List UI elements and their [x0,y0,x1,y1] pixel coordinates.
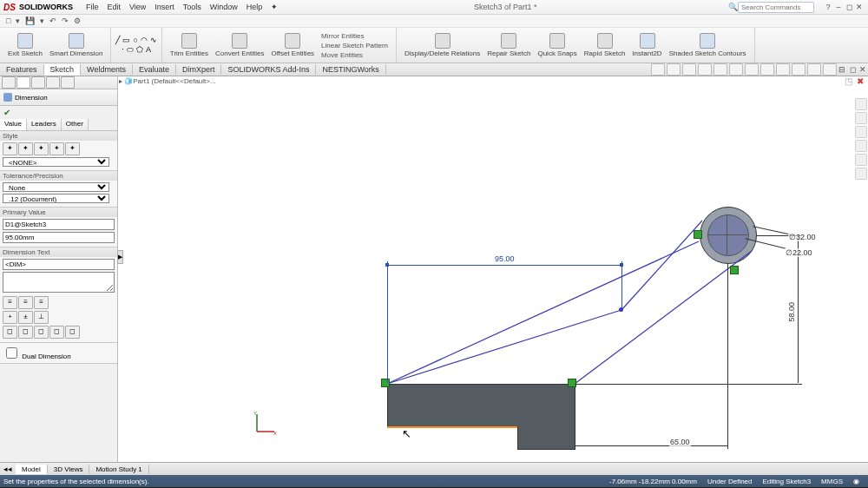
tp-appear[interactable] [855,154,867,166]
vp-conf-icon[interactable]: ◳ [845,76,852,86]
menu-insert[interactable]: Insert [155,3,174,11]
dimension-name-input[interactable] [3,219,115,230]
rect-tool[interactable]: ▭ [122,36,130,44]
dimension-value-input[interactable] [3,232,115,243]
qa-open[interactable]: ▾ [16,16,20,25]
tab-model[interactable]: Model [16,465,48,474]
t4[interactable]: ◻ [3,326,17,339]
tp-explorer[interactable] [855,126,867,138]
qa-opts[interactable]: ⚙ [74,16,81,25]
panel-close-icon[interactable]: ✕ [858,65,867,74]
ok-button[interactable]: ✔ [3,108,114,117]
menu-window[interactable]: Window [210,3,238,11]
qa-print[interactable]: ▾ [40,16,44,25]
menu-star[interactable]: ✦ [271,3,278,11]
t1[interactable]: + [3,311,17,324]
slot-tool[interactable]: ⬭ [127,45,134,55]
poly-tool[interactable]: ⬠ [136,45,143,55]
restore-icon[interactable]: ◻ [845,3,853,11]
offset-entities-button[interactable]: Offset Entities [271,33,314,57]
vt-apply[interactable] [776,63,790,76]
tab-nesting[interactable]: NESTINGWorks [316,64,385,75]
tab-addins[interactable]: SOLIDWORKS Add-Ins [221,64,316,75]
menu-tools[interactable]: Tools [183,3,201,11]
display-tab[interactable] [61,76,75,89]
dim-text-input[interactable] [3,259,115,270]
relation-coincident-4[interactable] [568,379,576,387]
dim-58-text[interactable]: 58.00 [786,302,797,322]
flyout-tree[interactable]: ▸ 🧊 Part1 (Default<<Default>... [119,77,216,85]
jr[interactable]: ≡ [34,296,49,309]
repair-sketch-button[interactable]: Repair Sketch [487,33,530,57]
sub-tab-leaders[interactable]: Leaders [27,119,62,130]
tab-nav-left[interactable]: ◂◂ [0,465,16,473]
style-btn5[interactable]: ✦ [65,142,80,155]
t8[interactable]: ◻ [65,326,80,339]
vt-zoom[interactable] [651,63,665,76]
linear-pattern-button[interactable]: Linear Sketch Pattern [321,42,388,49]
minimize-icon[interactable]: – [834,3,843,11]
vt-section[interactable] [698,63,712,76]
style-btn3[interactable]: ✦ [34,142,49,155]
help-icon[interactable]: ? [824,3,832,11]
t5[interactable]: ◻ [18,326,33,339]
vt-more1[interactable] [807,63,821,76]
vt-more2[interactable] [823,63,837,76]
mirror-entities-button[interactable]: Mirror Entities [321,32,388,40]
trim-entities-button[interactable]: Trim Entities [170,33,208,57]
status-extra[interactable]: ◉ [853,478,859,485]
dim-65-text[interactable]: 65.00 [669,438,691,446]
style-btn2[interactable]: ✦ [18,142,33,155]
dim-text-area[interactable] [3,272,115,293]
vt-display[interactable] [729,63,743,76]
qa-redo[interactable]: ↷ [62,16,69,25]
circle-tool[interactable]: ○ [133,36,137,44]
style-select[interactable]: <NONE> [3,157,109,167]
jl[interactable]: ≡ [3,296,17,309]
relation-coincident-2[interactable] [730,266,739,274]
jc[interactable]: ≡ [18,296,33,309]
t2[interactable]: ± [18,311,33,324]
qa-save[interactable]: 💾 [25,16,35,25]
dim-dia32-text[interactable]: ∅32.00 [788,233,817,241]
relation-coincident-3[interactable] [381,379,390,387]
text-tool[interactable]: A [146,45,151,55]
vt-setting[interactable] [792,63,806,76]
panel-collapse-icon[interactable]: ⊟ [838,65,846,74]
rapid-sketch-button[interactable]: Rapid Sketch [584,33,626,57]
vp-close-sketch-icon[interactable]: ✖ [857,76,864,86]
tab-evaluate[interactable]: Evaluate [133,64,176,75]
property-tab[interactable] [16,76,30,89]
panel-expand-icon[interactable]: ▶ [117,250,123,264]
shaded-contours-button[interactable]: Shaded Sketch Contours [669,33,746,57]
vt-scene[interactable] [760,63,774,76]
tab-3dviews[interactable]: 3D Views [48,465,90,474]
style-btn4[interactable]: ✦ [49,142,64,155]
graphics-viewport[interactable]: ▶ ▸ 🧊 Part1 (Default<<Default>... ◳ ✖ [118,76,868,462]
style-btn1[interactable]: ✦ [3,142,17,155]
tab-dimxpert[interactable]: DimXpert [176,64,222,75]
tol-precision-select[interactable]: .12 (Document) [3,194,109,203]
arc-tool[interactable]: ◠ [141,36,148,44]
display-relations-button[interactable]: Display/Delete Relations [404,33,480,57]
menu-edit[interactable]: Edit [107,3,121,11]
dual-dimension-check[interactable]: Dual Dimension [3,353,71,360]
instant2d-button[interactable]: Instant2D [632,33,661,57]
dim-95-text[interactable]: 95.00 [494,254,516,263]
tab-motion[interactable]: Motion Study 1 [89,465,148,474]
vt-fit[interactable] [667,63,681,76]
dim-dia22-text[interactable]: ∅22.00 [785,248,813,257]
tp-palette[interactable] [855,140,867,152]
smart-dimension-button[interactable]: Smart Dimension [49,33,102,57]
qa-undo[interactable]: ↶ [49,16,56,25]
line-tool[interactable]: ╱ [115,36,120,44]
vt-hide[interactable] [745,63,759,76]
config-tab[interactable] [31,76,45,89]
tab-sketch[interactable]: Sketch [44,64,82,76]
convert-entities-button[interactable]: Convert Entities [215,33,264,57]
menu-help[interactable]: Help [247,3,263,11]
tp-props[interactable] [855,168,867,180]
menu-file[interactable]: File [86,3,99,11]
vt-view[interactable] [713,63,727,76]
point-tool[interactable]: ⋅ [122,45,124,55]
